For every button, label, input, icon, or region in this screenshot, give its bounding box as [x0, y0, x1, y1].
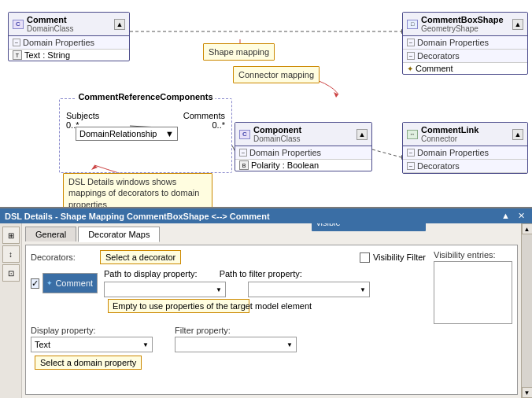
cbs-comment-item: ✦ Comment [403, 63, 527, 74]
cbs-deco-collapse[interactable]: − [407, 52, 415, 60]
component-title: Component [253, 125, 301, 135]
polarity-icon: B [239, 160, 249, 170]
visibility-entries-panel: Visibility entries: Values of filter pro… [434, 250, 512, 324]
domain-rel-value: DomainRelationship [79, 129, 157, 138]
commentlink-deco-collapse[interactable]: − [407, 162, 415, 170]
decorator-list-container: ✓ ✦ Comment [31, 273, 98, 293]
domain-props-label: Domain Properties [23, 38, 94, 47]
form-area: Decorators: Select a decorator Visibilit… [25, 245, 518, 395]
collapse-icon[interactable]: − [13, 39, 20, 46]
display-prop-select[interactable]: Text ▼ [31, 337, 153, 352]
comment-decorator-row: ✓ ✦ Comment [31, 273, 98, 293]
panel-scrollbar: ▲ ▼ [521, 223, 532, 398]
comment-node-expand[interactable]: ▲ [114, 19, 125, 30]
commentlink-collapse[interactable]: − [407, 149, 415, 157]
cbs-collapse[interactable]: − [407, 39, 415, 46]
filter-prop-container: Filter property: ▼ [175, 326, 297, 352]
scroll-up[interactable]: ▲ [522, 223, 533, 234]
sidebar-icon-1[interactable]: ⊞ [2, 227, 20, 244]
cbs-expand[interactable]: ▲ [512, 19, 523, 30]
cbs-dp-label: Domain Properties [417, 38, 489, 47]
text-prop-icon: T [13, 50, 22, 60]
ref-components-box: CommentReferenceComponents Subjects 0..*… [59, 98, 232, 173]
cbs-icon: □ [407, 20, 418, 29]
select-domain-hint-container: Select a domain property [35, 356, 512, 370]
svg-marker-9 [334, 92, 338, 98]
cbs-deco-label: Decorators [417, 51, 460, 61]
domain-rel-select[interactable]: DomainRelationship ▼ [76, 127, 178, 141]
commentlink-deco-label: Decorators [417, 161, 460, 171]
sidebar-icon-3[interactable]: ⊡ [2, 264, 20, 282]
display-prop-label: Display property: [31, 326, 153, 335]
polarity-label: Polarity : Boolean [251, 160, 319, 170]
filter-prop-select[interactable]: ▼ [175, 337, 297, 352]
commentlink-deco-section: − Decorators [403, 160, 527, 173]
commentlink-dp-label: Domain Properties [417, 148, 489, 157]
commentlink-title: CommentLink [421, 125, 478, 135]
select-decorator-text: Select a decorator [105, 252, 175, 262]
commentboxshape-header: □ CommentBoxShape GeometryShape ▲ [403, 13, 527, 36]
comment-text-item: T Text : String [9, 50, 129, 61]
visibility-filter-row: Visibility Filter [360, 252, 426, 263]
comment-decorator-checkbox[interactable]: ✓ [31, 278, 39, 289]
dsl-panel-controls: ▲ ✕ [499, 211, 527, 221]
commentlink-expand[interactable]: ▲ [512, 129, 523, 140]
sidebar-icon-2[interactable]: ↕ [2, 245, 20, 263]
shape-mapping-callout: Shape mapping [203, 43, 275, 61]
cbs-domain-props: − Domain Properties [403, 36, 527, 50]
scroll-down[interactable]: ▼ [522, 387, 533, 398]
cbs-decorators-section: − Decorators [403, 50, 527, 63]
display-prop-arrow: ▼ [142, 341, 149, 348]
path-filter-label: Path to filter property: [220, 269, 302, 278]
pin-button[interactable]: ▲ [499, 211, 512, 221]
filter-prop-arrow: ▼ [286, 341, 293, 348]
comment-node-title: Comment [27, 15, 73, 24]
tab-decorator-maps[interactable]: Decorator Maps [78, 227, 160, 242]
component-icon: C [239, 130, 250, 139]
close-button[interactable]: ✕ [515, 211, 527, 221]
select-domain-hint: Select a domain property [35, 356, 142, 370]
dsl-sidebar: ⊞ ↕ ⊡ [0, 223, 22, 398]
commentlink-icon: ↔ [407, 130, 418, 139]
connector-mapping-callout: Connector mapping [233, 66, 320, 83]
component-collapse[interactable]: − [239, 149, 247, 157]
path-display-select[interactable]: ▼ [104, 282, 226, 297]
dsl-panel-body: ⊞ ↕ ⊡ General Decorator Maps Decorators: [0, 223, 532, 398]
dsl-content: General Decorator Maps Decorators: Selec… [22, 223, 521, 398]
tab-general[interactable]: General [25, 227, 76, 241]
text-string-label: Text : String [24, 50, 70, 60]
dsl-panel-title: DSL Details - Shape Mapping CommentBoxSh… [5, 212, 270, 221]
path-filter-container: ▼ [248, 282, 370, 297]
comment-class-icon: C [13, 20, 24, 29]
svg-line-4 [372, 149, 401, 157]
domain-rel-container: DomainRelationship ▼ [76, 127, 178, 141]
visibility-entries-box [434, 261, 512, 324]
comment-node: C Comment DomainClass ▲ − Domain Propert… [8, 12, 130, 61]
comment-domain-props-section: − Domain Properties [9, 36, 129, 50]
visibility-filter-checkbox[interactable] [360, 252, 370, 263]
comment-node-header: C Comment DomainClass ▲ [9, 13, 129, 36]
cbs-subtitle: GeometryShape [421, 24, 504, 33]
visibility-filter-label: Visibility Filter [373, 252, 426, 262]
decorator-label: Comment [55, 278, 93, 288]
decorators-label: Decorators: [31, 252, 94, 262]
path-display-container: ▼ Empty to use properties of the target … [104, 282, 226, 297]
cbs-comment-label: Comment [416, 64, 453, 73]
comments-label: Comments [183, 111, 225, 120]
mult2: 0..* [183, 120, 225, 130]
path-display-arrow: ▼ [216, 286, 222, 293]
tab-bar: General Decorator Maps [25, 227, 518, 241]
path-filter-arrow: ▼ [360, 286, 366, 293]
component-dp-section: − Domain Properties [235, 146, 371, 160]
cbs-comment-icon: ✦ [407, 64, 413, 73]
select-decorator-hint: Select a decorator [100, 250, 181, 264]
visibility-entries-label: Visibility entries: [434, 250, 512, 260]
comment-decorator-item[interactable]: ✦ Comment [42, 273, 98, 293]
dsl-panel: DSL Details - Shape Mapping CommentBoxSh… [0, 208, 532, 398]
path-filter-select[interactable]: ▼ [248, 282, 370, 297]
display-filter-row: Display property: Text ▼ Filter property… [31, 326, 512, 352]
component-expand[interactable]: ▲ [357, 129, 368, 140]
cbs-title: CommentBoxShape [421, 15, 504, 24]
diagram-area: C Comment DomainClass ▲ − Domain Propert… [0, 0, 532, 208]
path-display-hint: Empty to use properties of the target mo… [108, 299, 249, 313]
